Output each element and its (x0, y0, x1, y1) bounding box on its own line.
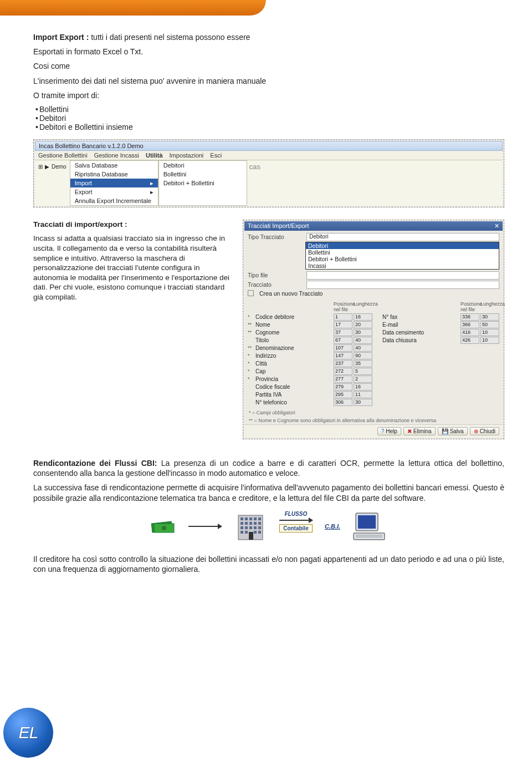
tipo-tracciato-dropdown: Debitori Bollettini Debitori + Bollettin… (305, 242, 499, 270)
menu-option[interactable]: Debitori (159, 161, 247, 170)
tree-demo[interactable]: ⊞ ▶ Demo (35, 160, 70, 173)
field-len[interactable]: 10 (480, 329, 499, 336)
field-pos[interactable]: 366 (461, 321, 479, 328)
field-pos[interactable]: 279 (334, 383, 352, 390)
field-pos[interactable]: 17 (334, 321, 352, 328)
close-icon[interactable]: ✕ (494, 222, 499, 230)
rendicontazione-section: Rendicontazione dei Flussi CBI: La prese… (33, 458, 504, 574)
rendicontazione-p1: Rendicontazione dei Flussi CBI: La prese… (33, 458, 504, 478)
svg-rect-26 (354, 533, 385, 540)
required-marker: * (248, 368, 254, 374)
dialog-buttons: ?Help ✖Elimina 💾Salva ⊗Chiudi (244, 424, 503, 438)
field-row: E-mail36650 (375, 321, 499, 328)
menu-option[interactable]: Bollettini (159, 170, 247, 179)
help-button[interactable]: ?Help (377, 427, 401, 435)
menu-item[interactable]: Gestione Bollettini (38, 152, 88, 159)
dropdown-option[interactable]: Debitori (306, 242, 499, 249)
field-pos[interactable]: 426 (461, 337, 479, 344)
svg-rect-22 (258, 531, 261, 534)
svg-rect-16 (249, 526, 252, 529)
intro-para-5: O tramite import di: (33, 90, 504, 100)
field-len[interactable]: 5 (354, 368, 372, 375)
field-pos[interactable]: 37 (334, 329, 352, 336)
menu-item[interactable]: Utilità (146, 152, 163, 159)
field-row: Codice fiscale27916 (248, 383, 372, 390)
field-name: Denominazione (255, 345, 332, 351)
field-name: Codice debitore (255, 314, 332, 320)
svg-rect-21 (254, 531, 257, 534)
menu-option[interactable]: Export ▸ (70, 187, 158, 196)
dropdown-option[interactable]: Bollettini (306, 249, 499, 256)
field-row: N° fax33630 (375, 313, 499, 321)
submenu-arrow-icon: ▸ (150, 189, 154, 196)
field-len[interactable]: 90 (354, 352, 372, 359)
field-pos[interactable]: 67 (334, 337, 352, 344)
field-len[interactable]: 40 (354, 337, 372, 344)
field-pos[interactable]: 237 (334, 360, 352, 367)
svg-rect-13 (258, 522, 261, 525)
tipo-tracciato-select[interactable]: Debitori (306, 233, 499, 241)
menu-item[interactable]: Esci (210, 152, 222, 159)
field-pos[interactable]: 336 (461, 313, 479, 321)
field-len[interactable]: 30 (354, 329, 372, 336)
field-len[interactable]: 40 (354, 344, 372, 352)
logo-area: cas (247, 160, 503, 206)
field-name: Cognome (255, 329, 332, 336)
svg-rect-10 (245, 522, 248, 525)
field-row: *Città23735 (248, 360, 372, 367)
tracciati-body: Incass si adatta a qualsiasi tracciato s… (33, 234, 233, 302)
field-len[interactable]: 35 (354, 360, 372, 367)
field-pos[interactable]: 1 (334, 313, 352, 321)
menu-option-import[interactable]: Import ▸ (70, 179, 158, 187)
field-len[interactable]: 50 (480, 321, 499, 328)
field-pos[interactable]: 416 (461, 329, 479, 336)
menu-item[interactable]: Impostazioni (170, 152, 204, 159)
menu-option[interactable]: Annulla Export Incrementale (70, 196, 158, 205)
delete-icon: ✖ (407, 428, 412, 434)
intro-bullets: Bollettini Debitori Debitori e Bollettin… (35, 105, 504, 131)
field-len[interactable]: 10 (480, 337, 499, 344)
field-pos[interactable]: 147 (334, 352, 352, 359)
field-name: N° telefonico (255, 399, 332, 405)
row-tipo-file: Tipo file (244, 271, 503, 280)
field-pos[interactable]: 295 (334, 391, 352, 398)
svg-rect-5 (245, 518, 248, 520)
bullet-item: Debitori (35, 114, 504, 123)
field-pos[interactable]: 107 (334, 344, 352, 352)
field-len[interactable]: 30 (480, 313, 499, 321)
svg-rect-11 (249, 522, 252, 525)
page-content: Import Export : tutti i dati presenti ne… (0, 16, 532, 645)
cash-icon (150, 518, 176, 535)
svg-rect-9 (241, 522, 243, 525)
tree-arrow-icon: ▶ (45, 164, 49, 170)
menu-option[interactable]: Ripristina Database (70, 170, 158, 179)
salva-button[interactable]: 💾Salva (438, 427, 468, 435)
tracciato-field[interactable] (306, 281, 499, 289)
svg-rect-15 (245, 526, 248, 529)
crea-nuovo-checkbox[interactable] (248, 290, 254, 296)
app-screenshot-menus: Incas Bollettino Bancario v.1.2.0 Demo G… (33, 139, 504, 207)
menu-item[interactable]: Gestione Incassi (94, 152, 139, 159)
tipo-file-field[interactable] (306, 271, 499, 280)
tree-expand-icon[interactable]: ⊞ (38, 164, 43, 170)
field-name: Nome (255, 322, 332, 328)
field-pos[interactable]: 277 (334, 376, 352, 383)
field-len[interactable]: 2 (354, 376, 372, 383)
field-pos[interactable]: 272 (334, 368, 352, 375)
bank-building-icon (234, 510, 267, 543)
field-len[interactable]: 30 (354, 399, 372, 406)
menu-option[interactable]: Salva Database (70, 161, 158, 170)
chiudi-button[interactable]: ⊗Chiudi (470, 427, 499, 435)
intro-para-4: L'inserimento dei dati nel sistema puo' … (33, 76, 504, 86)
menu-option[interactable]: Debitori + Bollettini (159, 179, 247, 187)
elimina-button[interactable]: ✖Elimina (403, 427, 436, 435)
field-len[interactable]: 11 (354, 391, 372, 398)
tracciati-window: Tracciati Import/Export ✕ Tipo Tracciato… (243, 220, 504, 439)
dropdown-option[interactable]: Debitori + Bollettini (306, 256, 499, 262)
contabile-label: Contabile (279, 524, 313, 532)
field-len[interactable]: 16 (354, 313, 372, 321)
field-len[interactable]: 16 (354, 383, 372, 390)
field-pos[interactable]: 306 (334, 399, 352, 406)
field-len[interactable]: 20 (354, 321, 372, 328)
dropdown-option[interactable]: Incassi (306, 262, 499, 269)
